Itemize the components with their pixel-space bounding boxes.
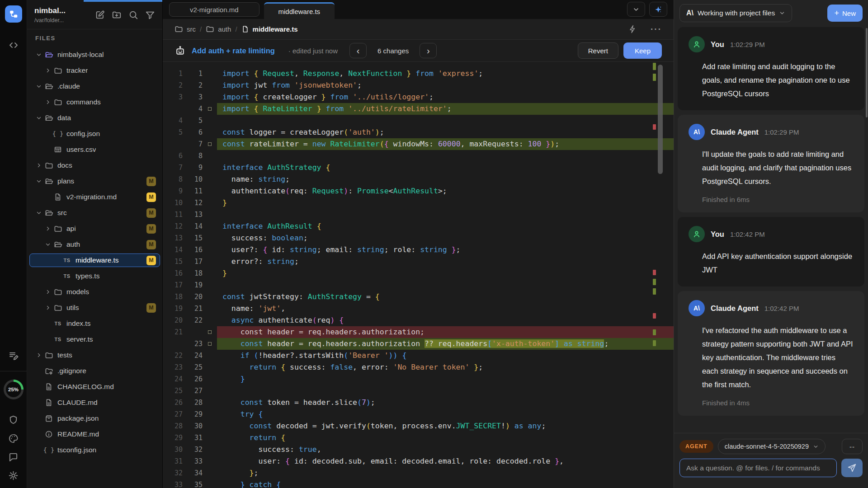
keep-button[interactable]: Keep xyxy=(623,42,662,59)
tree-item-auth[interactable]: authM xyxy=(29,238,160,251)
tree-item-data[interactable]: data xyxy=(29,111,160,125)
send-button[interactable] xyxy=(841,459,863,477)
code-line[interactable]: 3335 } catch { xyxy=(163,479,674,488)
code-line[interactable]: 2628 const token = header.slice(7); xyxy=(163,397,674,408)
tree-item-models[interactable]: models xyxy=(29,285,160,299)
code-line[interactable]: 1315 success: boolean; xyxy=(163,232,674,244)
code-line[interactable]: 1921 name: 'jwt', xyxy=(163,303,674,314)
breadcrumb-item-src[interactable]: src xyxy=(175,25,196,33)
code-line[interactable]: 79interface AuthStrategy { xyxy=(163,162,674,174)
tree-item-commands[interactable]: commands xyxy=(29,95,160,109)
code-line[interactable]: 1012} xyxy=(163,197,674,209)
tree-item--gitignore[interactable]: .gitignore xyxy=(29,364,160,378)
tree-item-users-csv[interactable]: users.csv xyxy=(29,143,160,156)
code-line[interactable]: 45 xyxy=(163,115,674,127)
tree-item-middleware-ts[interactable]: TSmiddleware.tsM xyxy=(29,253,160,267)
new-chat-button[interactable]: + New xyxy=(827,5,863,22)
code-line[interactable]: 2022 async authenticate(req) { xyxy=(163,314,674,326)
settings-gear-icon[interactable] xyxy=(8,470,19,481)
code-line[interactable]: 7const rateLimiter = new RateLimiter({ w… xyxy=(163,138,674,150)
tree-item--claude[interactable]: .claude xyxy=(29,80,160,93)
notes-edit-icon[interactable] xyxy=(8,350,19,361)
code-line[interactable]: 2931 return { xyxy=(163,432,674,444)
code-line[interactable]: 3133 user: { id: decoded.sub, email: dec… xyxy=(163,455,674,467)
code-line[interactable]: 21 const header = req.headers.authorizat… xyxy=(163,326,674,338)
progress-ring[interactable]: 25% xyxy=(4,380,24,399)
code-line[interactable]: 2224 if (!header?.startsWith('Bearer '))… xyxy=(163,350,674,361)
app-logo[interactable] xyxy=(5,5,22,23)
tree-item-claude-md[interactable]: CLAUDE.md xyxy=(29,396,160,409)
tree-item-package-json[interactable]: package.json xyxy=(29,412,160,425)
breadcrumb-item-middleware-ts[interactable]: middleware.ts xyxy=(241,25,298,33)
chevron-down-icon xyxy=(813,444,819,450)
model-selector[interactable]: claude-sonnet-4-5-20250929 xyxy=(718,439,826,454)
code-line[interactable]: 2426 } xyxy=(163,373,674,385)
chat-scrollbar[interactable] xyxy=(866,28,868,117)
new-folder-icon[interactable] xyxy=(112,10,122,20)
code-line[interactable]: 1214interface AuthResult { xyxy=(163,221,674,232)
code-line[interactable]: 810 name: string; xyxy=(163,174,674,185)
session-selector[interactable]: A\ Working with project files xyxy=(679,4,792,22)
tab-list-dropdown-button[interactable] xyxy=(627,2,645,17)
search-icon[interactable] xyxy=(128,10,138,20)
prev-change-button[interactable]: ‹ xyxy=(349,43,367,58)
code-line[interactable]: 3032 success: true, xyxy=(163,444,674,455)
code-line[interactable]: 1719 xyxy=(163,279,674,291)
tree-item-readme-md[interactable]: README.md xyxy=(29,427,160,441)
agent-mode-badge[interactable]: AGENT xyxy=(679,440,713,453)
code-line[interactable]: 56const logger = createLogger('auth'); xyxy=(163,127,674,138)
tree-item-changelog-md[interactable]: CHANGELOG.md xyxy=(29,380,160,394)
tree-item-src[interactable]: srcM xyxy=(29,206,160,220)
ai-sparkle-button[interactable] xyxy=(649,2,667,17)
code-line[interactable]: 1618} xyxy=(163,267,674,279)
code-line[interactable]: 4import { RateLimiter } from '../utils/r… xyxy=(163,103,674,115)
tree-item-utils[interactable]: utilsM xyxy=(29,301,160,314)
tree-item-server-ts[interactable]: TSserver.ts xyxy=(29,333,160,346)
code-line[interactable]: 11import { Request, Response, NextFuncti… xyxy=(163,68,674,80)
tree-item-tsconfig-json[interactable]: { }tsconfig.json xyxy=(29,443,160,457)
tab-middleware-ts[interactable]: middleware.ts xyxy=(264,2,335,19)
code-editor[interactable]: 11import { Request, Response, NextFuncti… xyxy=(163,62,674,488)
code-line[interactable]: 22import jwt from 'jsonwebtoken'; xyxy=(163,80,674,91)
code-line[interactable]: 911 authenticate(req: Request): Promise<… xyxy=(163,185,674,197)
tree-item-index-ts[interactable]: TSindex.ts xyxy=(29,317,160,330)
code-line[interactable]: 68 xyxy=(163,150,674,162)
next-change-button[interactable]: › xyxy=(420,43,437,58)
tab-v2-migration-md[interactable]: v2-migration.md xyxy=(169,2,259,17)
tree-item-tracker[interactable]: tracker xyxy=(29,64,160,77)
chat-input[interactable]: Ask a question. @ for files. / for comma… xyxy=(679,459,837,477)
code-line[interactable]: 33import { createLogger } from '../utils… xyxy=(163,91,674,103)
palette-icon[interactable] xyxy=(8,433,19,444)
zap-icon[interactable] xyxy=(628,25,637,33)
shield-icon[interactable] xyxy=(8,415,19,425)
code-line[interactable]: 2729 try { xyxy=(163,408,674,420)
code-line[interactable]: 23 const header = req.headers.authorizat… xyxy=(163,338,674,350)
tree-item-plans[interactable]: plansM xyxy=(29,174,160,188)
code-line[interactable]: 3234 }; xyxy=(163,467,674,479)
code-line[interactable]: 1113 xyxy=(163,209,674,221)
tree-item-types-ts[interactable]: TStypes.ts xyxy=(29,269,160,283)
code-line[interactable]: 1416 user?: { id: string; email: string;… xyxy=(163,244,674,256)
tree-item-v2-migration-md[interactable]: v2-migration.mdM xyxy=(29,190,160,204)
chevron-right-icon xyxy=(43,99,52,105)
tree-item-nimbalyst-local[interactable]: nimbalyst-local xyxy=(29,48,160,61)
code-view-icon[interactable] xyxy=(8,40,19,51)
code-line[interactable]: 1820const jwtStrategy: AuthStrategy = { xyxy=(163,291,674,303)
revert-button[interactable]: Revert xyxy=(578,42,618,59)
chat-bubble-icon[interactable] xyxy=(8,452,19,462)
change-title[interactable]: Add auth + rate limiting xyxy=(192,47,275,55)
tree-item-config-json[interactable]: { }config.json xyxy=(29,127,160,141)
code-line[interactable]: 2830 const decoded = jwt.verify(token, p… xyxy=(163,420,674,432)
diff-ruler-mark xyxy=(653,288,656,295)
code-line[interactable]: 2527 xyxy=(163,385,674,397)
new-file-icon[interactable] xyxy=(95,10,105,20)
filter-icon[interactable] xyxy=(145,10,155,20)
tree-item-docs[interactable]: docs xyxy=(29,159,160,172)
editor-scrollbar[interactable] xyxy=(658,65,663,174)
code-line[interactable]: 2325 return { success: false, error: 'No… xyxy=(163,361,674,373)
tree-item-tests[interactable]: tests xyxy=(29,348,160,362)
more-options-button[interactable]: -- xyxy=(842,439,863,454)
code-line[interactable]: 1517 error?: string; xyxy=(163,256,674,267)
tree-item-api[interactable]: apiM xyxy=(29,222,160,235)
breadcrumb-item-auth[interactable]: auth xyxy=(206,25,231,33)
